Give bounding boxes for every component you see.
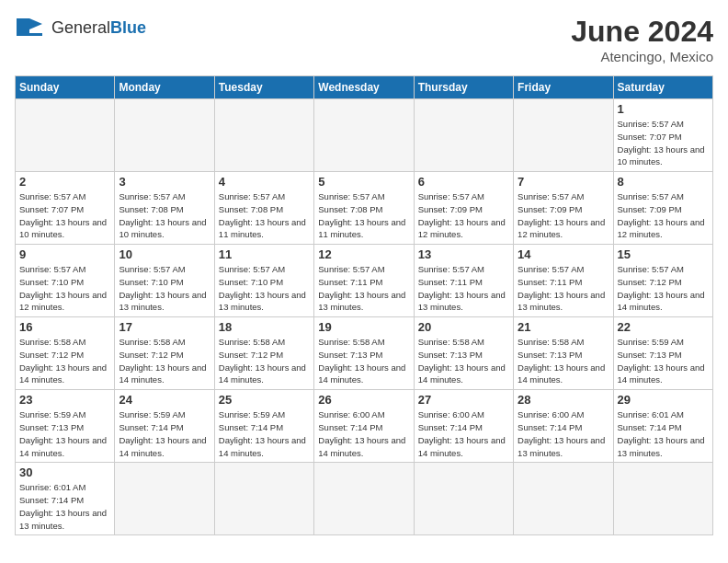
day-number: 26 [318,393,409,407]
calendar-cell: 5Sunrise: 5:57 AMSunset: 7:08 PMDaylight… [314,172,414,245]
calendar-cell [613,463,712,535]
logo-text: GeneralBlue [51,18,146,38]
day-info: Sunrise: 5:57 AMSunset: 7:07 PMDaylight:… [19,190,110,241]
day-info: Sunrise: 5:59 AMSunset: 7:13 PMDaylight:… [618,336,709,386]
week-row-5: 23Sunrise: 5:59 AMSunset: 7:13 PMDayligh… [16,390,713,463]
day-info: Sunrise: 5:57 AMSunset: 7:09 PMDaylight:… [518,190,609,241]
day-number: 6 [418,175,509,189]
calendar-cell: 16Sunrise: 5:58 AMSunset: 7:12 PMDayligh… [16,317,115,390]
day-info: Sunrise: 5:57 AMSunset: 7:09 PMDaylight:… [618,190,709,241]
week-row-3: 9Sunrise: 5:57 AMSunset: 7:10 PMDaylight… [16,245,713,317]
calendar-cell [514,463,613,535]
week-row-4: 16Sunrise: 5:58 AMSunset: 7:12 PMDayligh… [16,317,713,390]
day-info: Sunrise: 5:59 AMSunset: 7:14 PMDaylight:… [219,408,310,459]
location: Atencingo, Mexico [571,49,713,64]
day-info: Sunrise: 5:58 AMSunset: 7:12 PMDaylight:… [219,336,310,386]
day-info: Sunrise: 6:00 AMSunset: 7:14 PMDaylight:… [318,408,409,459]
calendar-cell: 25Sunrise: 5:59 AMSunset: 7:14 PMDayligh… [214,390,313,463]
weekday-header-sunday: Sunday [16,76,115,99]
calendar-cell [314,99,414,172]
weekday-header-monday: Monday [115,76,214,99]
weekday-header-row: SundayMondayTuesdayWednesdayThursdayFrid… [16,76,713,99]
day-info: Sunrise: 5:58 AMSunset: 7:13 PMDaylight:… [318,336,409,386]
calendar-cell: 12Sunrise: 5:57 AMSunset: 7:11 PMDayligh… [314,245,414,317]
calendar-cell: 6Sunrise: 5:57 AMSunset: 7:09 PMDaylight… [414,172,513,245]
week-row-2: 2Sunrise: 5:57 AMSunset: 7:07 PMDaylight… [16,172,713,245]
calendar-cell: 24Sunrise: 5:59 AMSunset: 7:14 PMDayligh… [115,390,214,463]
day-number: 29 [618,393,709,407]
calendar-cell: 10Sunrise: 5:57 AMSunset: 7:10 PMDayligh… [115,245,214,317]
weekday-header-saturday: Saturday [613,76,712,99]
day-info: Sunrise: 5:57 AMSunset: 7:11 PMDaylight:… [418,263,509,314]
calendar-cell: 7Sunrise: 5:57 AMSunset: 7:09 PMDaylight… [514,172,613,245]
day-number: 15 [618,247,709,261]
calendar-cell [16,99,115,172]
day-info: Sunrise: 5:57 AMSunset: 7:07 PMDaylight:… [618,118,709,168]
calendar-cell: 4Sunrise: 5:57 AMSunset: 7:08 PMDaylight… [214,172,313,245]
day-number: 23 [19,393,110,407]
day-number: 17 [119,320,210,334]
svg-rect-3 [17,33,42,36]
day-info: Sunrise: 5:57 AMSunset: 7:08 PMDaylight:… [318,190,409,241]
day-info: Sunrise: 5:57 AMSunset: 7:08 PMDaylight:… [119,190,210,241]
day-number: 3 [119,175,210,189]
calendar-cell: 20Sunrise: 5:58 AMSunset: 7:13 PMDayligh… [414,317,513,390]
page-header: GeneralBlue June 2024 Atencingo, Mexico [15,15,713,64]
day-number: 21 [518,320,609,334]
calendar-cell: 30Sunrise: 6:01 AMSunset: 7:14 PMDayligh… [16,463,115,535]
day-number: 24 [119,393,210,407]
calendar-cell: 27Sunrise: 6:00 AMSunset: 7:14 PMDayligh… [414,390,513,463]
day-number: 8 [618,175,709,189]
day-number: 19 [318,320,409,334]
calendar-cell [214,463,313,535]
day-info: Sunrise: 5:58 AMSunset: 7:12 PMDaylight:… [119,336,210,386]
day-info: Sunrise: 6:00 AMSunset: 7:14 PMDaylight:… [518,408,609,459]
day-number: 27 [418,393,509,407]
logo-icon [15,15,48,40]
weekday-header-tuesday: Tuesday [214,76,313,99]
day-number: 7 [518,175,609,189]
calendar-cell: 21Sunrise: 5:58 AMSunset: 7:13 PMDayligh… [514,317,613,390]
day-info: Sunrise: 5:57 AMSunset: 7:08 PMDaylight:… [219,190,310,241]
day-number: 13 [418,247,509,261]
day-info: Sunrise: 6:00 AMSunset: 7:14 PMDaylight:… [418,408,509,459]
day-number: 9 [19,247,110,261]
calendar-cell [414,463,513,535]
day-number: 2 [19,175,110,189]
calendar-cell [314,463,414,535]
day-info: Sunrise: 6:01 AMSunset: 7:14 PMDaylight:… [19,481,110,532]
day-number: 30 [19,465,110,479]
day-number: 28 [518,393,609,407]
calendar-cell: 13Sunrise: 5:57 AMSunset: 7:11 PMDayligh… [414,245,513,317]
calendar-cell: 22Sunrise: 5:59 AMSunset: 7:13 PMDayligh… [613,317,712,390]
day-info: Sunrise: 5:57 AMSunset: 7:10 PMDaylight:… [219,263,310,314]
calendar-cell: 14Sunrise: 5:57 AMSunset: 7:11 PMDayligh… [514,245,613,317]
day-number: 11 [219,247,310,261]
day-info: Sunrise: 5:59 AMSunset: 7:13 PMDaylight:… [19,408,110,459]
calendar-cell [115,99,214,172]
day-info: Sunrise: 6:01 AMSunset: 7:14 PMDaylight:… [618,408,709,459]
calendar-cell: 28Sunrise: 6:00 AMSunset: 7:14 PMDayligh… [514,390,613,463]
day-info: Sunrise: 5:57 AMSunset: 7:10 PMDaylight:… [119,263,210,314]
day-info: Sunrise: 5:57 AMSunset: 7:10 PMDaylight:… [19,263,110,314]
calendar-cell: 19Sunrise: 5:58 AMSunset: 7:13 PMDayligh… [314,317,414,390]
week-row-1: 1Sunrise: 5:57 AMSunset: 7:07 PMDaylight… [16,99,713,172]
calendar-cell: 8Sunrise: 5:57 AMSunset: 7:09 PMDaylight… [613,172,712,245]
calendar-cell: 1Sunrise: 5:57 AMSunset: 7:07 PMDaylight… [613,99,712,172]
day-number: 14 [518,247,609,261]
calendar-cell: 17Sunrise: 5:58 AMSunset: 7:12 PMDayligh… [115,317,214,390]
day-number: 10 [119,247,210,261]
weekday-header-wednesday: Wednesday [314,76,414,99]
month-title: June 2024 [571,15,713,49]
day-number: 1 [618,102,709,116]
calendar-cell: 15Sunrise: 5:57 AMSunset: 7:12 PMDayligh… [613,245,712,317]
calendar-cell [414,99,513,172]
day-info: Sunrise: 5:58 AMSunset: 7:12 PMDaylight:… [19,336,110,386]
day-info: Sunrise: 5:57 AMSunset: 7:11 PMDaylight:… [318,263,409,314]
logo: GeneralBlue [15,15,146,40]
calendar-cell: 3Sunrise: 5:57 AMSunset: 7:08 PMDaylight… [115,172,214,245]
week-row-6: 30Sunrise: 6:01 AMSunset: 7:14 PMDayligh… [16,463,713,535]
day-info: Sunrise: 5:58 AMSunset: 7:13 PMDaylight:… [418,336,509,386]
day-info: Sunrise: 5:57 AMSunset: 7:09 PMDaylight:… [418,190,509,241]
day-number: 4 [219,175,310,189]
